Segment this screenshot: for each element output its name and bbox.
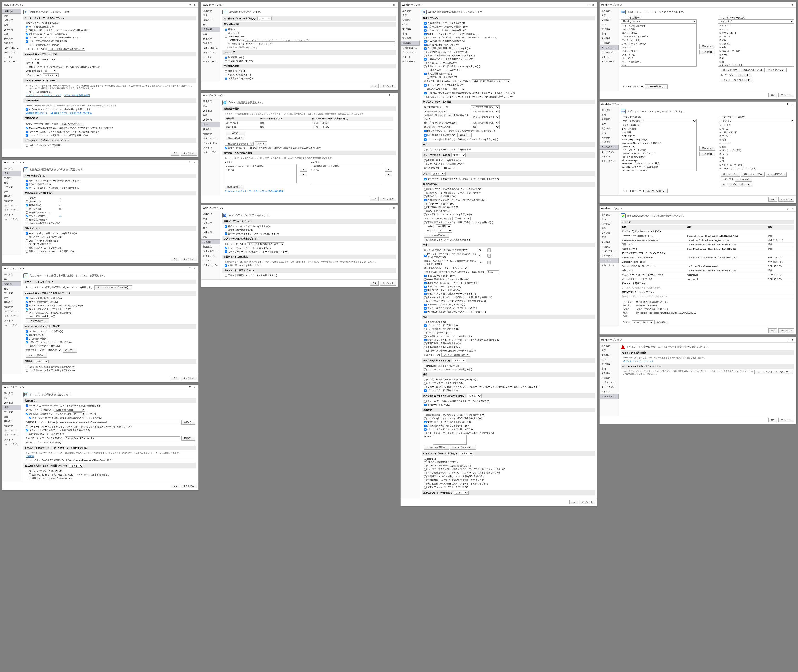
nav-item[interactable]: 詳細設定 <box>2 305 21 309</box>
nav-item[interactable]: クイック アクセス ツール バー <box>201 50 220 55</box>
nav-item[interactable]: クイック アクセス ツール バー <box>2 50 21 55</box>
nav-item[interactable]: 文字体裁 <box>201 118 220 122</box>
nav-item[interactable]: 文章校正 <box>599 117 619 122</box>
remove-button[interactable]: << 削除(R) <box>699 50 715 54</box>
nav-item[interactable]: クイック アクセス ツール バー <box>2 433 21 437</box>
nav-item[interactable]: クイック アクセス ツール バー <box>599 150 619 154</box>
nav-item[interactable]: 言語 <box>599 32 619 36</box>
nav-item[interactable]: セキュリティ センター <box>2 323 21 328</box>
nav-item[interactable]: 保存 <box>2 286 21 291</box>
nav-item[interactable]: 文字体裁 <box>2 185 21 190</box>
nav-item[interactable]: 表示 <box>599 217 619 222</box>
nav-item[interactable]: 保存 <box>599 357 619 362</box>
nav-item[interactable]: 文字体裁 <box>2 410 21 414</box>
nav-item[interactable]: 簡単操作 <box>2 194 21 199</box>
nav-item[interactable]: 基本設定 <box>2 391 21 396</box>
nav-item[interactable]: 保存 <box>201 226 220 230</box>
link-linkedin[interactable]: LinkedIn 機能について <box>26 112 48 115</box>
nav-item[interactable]: 表示 <box>2 14 21 18</box>
nav-item[interactable]: 文字体裁 <box>599 27 619 32</box>
nav-item[interactable]: セキュリティ センター <box>599 159 619 163</box>
nav-item[interactable]: 言語 <box>201 32 220 37</box>
nav-item[interactable]: 詳細設定 <box>599 41 619 45</box>
radio-compat-opt[interactable] <box>26 29 28 32</box>
nav-item[interactable]: アドイン <box>2 213 21 217</box>
help-lang-list[interactable]: 1. 表示言語と同じにする <既定> 2. 日本語 <box>310 164 382 183</box>
nav-item[interactable]: セキュリティ センター <box>2 217 21 222</box>
nav-item[interactable]: クイック アクセス ツール バー <box>201 141 220 146</box>
nav-item[interactable]: アドイン <box>401 55 420 59</box>
nav-item[interactable]: 簡単操作 <box>401 36 420 41</box>
nav-item[interactable]: 表示 <box>2 171 21 176</box>
nav-item[interactable]: 文章校正 <box>401 18 420 22</box>
initials-input[interactable] <box>36 62 50 65</box>
nav-item[interactable]: クイック アクセス ツール バー <box>2 208 21 213</box>
nav-item[interactable]: リボンのユーザー設定 <box>2 203 21 208</box>
nav-item[interactable]: 基本設定 <box>201 99 220 104</box>
nav-item[interactable]: セキュリティ センター <box>201 59 220 64</box>
user-dict-button[interactable]: ユーザー辞書(C)... <box>26 318 49 323</box>
nav-item[interactable]: 言語 <box>201 235 220 239</box>
nav-item[interactable]: 表示 <box>599 13 619 18</box>
nav-item[interactable]: 簡単操作 <box>2 300 21 305</box>
link-privacy[interactable]: プライバシーに関する声明 <box>64 94 90 97</box>
recheck-button[interactable]: チェック実行(K) <box>26 353 47 358</box>
nav-item[interactable]: 保存 <box>201 22 220 27</box>
nav-item[interactable]: 表示 <box>599 348 619 353</box>
nav-item[interactable]: 詳細設定 <box>599 245 619 249</box>
nav-item[interactable]: 保存 <box>201 113 220 118</box>
nav-item[interactable]: アドイン <box>599 154 619 159</box>
nav-item[interactable]: 基本設定 <box>2 166 21 171</box>
nav-item[interactable]: アドイン <box>2 437 21 442</box>
nav-item[interactable]: 保存 <box>599 226 619 231</box>
nav-item[interactable]: リボンのユーザー設定 <box>599 45 619 50</box>
nav-item[interactable]: 文章校正 <box>201 18 220 22</box>
nav-item[interactable]: 言語 <box>599 235 619 240</box>
nav-item[interactable]: 保存 <box>2 23 21 27</box>
nav-item[interactable]: アドイン <box>599 55 619 59</box>
nav-item[interactable]: 簡単操作 <box>201 239 220 245</box>
nav-item[interactable]: 表示 <box>2 277 21 282</box>
nav-item[interactable]: セキュリティ センター <box>2 442 21 446</box>
display-lang-list[interactable]: 1. Microsoft Windows と同じにする <既定> 2. 日本語 <box>225 164 297 183</box>
theme-select[interactable]: カラフル <box>43 73 59 77</box>
nav-item[interactable]: 保存 <box>599 122 619 126</box>
cb-always-use[interactable] <box>26 66 28 68</box>
nav-item[interactable]: 表示 <box>201 216 220 221</box>
nav-item[interactable]: セキュリティ センター <box>599 59 619 64</box>
nav-item[interactable]: 保存 <box>2 181 21 185</box>
nav-item[interactable]: 基本設定 <box>2 272 21 277</box>
nav-item[interactable]: クイック アクセス ツール バー <box>599 385 619 389</box>
nav-item[interactable]: アドイン <box>201 55 220 59</box>
ribbon-tree[interactable]: メイン タブ⊟ ホーム ⊞ クリップボード ⊞ フォント ⊞ 段落 ⊞ スタイル… <box>718 23 794 67</box>
close-button[interactable]: × <box>192 3 197 6</box>
nav-item[interactable]: 詳細設定 <box>2 41 21 46</box>
nav-item[interactable]: 文字体裁 <box>599 231 619 235</box>
cb-collapse-ribbon[interactable] <box>26 44 28 46</box>
nav-item[interactable]: クイック アクセス ツール バー <box>599 254 619 258</box>
command-list[interactable]: 〈リストの区切り〉1 ページ分縮小50% 表示COM アドインExcel ワーク… <box>621 123 697 171</box>
nav-item[interactable]: 基本設定 <box>599 213 619 217</box>
nav-item[interactable]: 文章校正 <box>2 282 21 286</box>
nav-item[interactable]: 保存 <box>401 22 420 27</box>
nav-item[interactable]: アドイン <box>599 389 619 394</box>
nav-item[interactable]: セキュリティ センター <box>2 59 21 64</box>
nav-item[interactable]: リボンのユーザー設定 <box>2 428 21 433</box>
nav-item[interactable]: 基本設定 <box>2 9 21 14</box>
nav-item[interactable]: クイック アクセス ツール バー <box>201 254 220 258</box>
nav-item[interactable]: セキュリティ センター <box>401 59 420 64</box>
nav-item[interactable]: リボンのユーザー設定 <box>201 249 220 254</box>
cb-presence[interactable] <box>26 144 28 147</box>
cb-minitoolbar[interactable] <box>26 33 28 35</box>
nav-item[interactable]: 簡単操作 <box>201 127 220 132</box>
nav-item[interactable]: 文字体裁 <box>201 27 220 32</box>
nav-item[interactable]: クイック アクセス ツール バー <box>599 50 619 55</box>
nav-item[interactable]: 言語 <box>2 414 21 419</box>
nav-item[interactable]: セキュリティ センター <box>599 394 619 399</box>
nav-item[interactable]: アドイン <box>599 258 619 263</box>
nav-item[interactable]: 基本設定 <box>599 108 619 113</box>
bg-select[interactable]: 雲 <box>43 69 57 73</box>
nav-item[interactable]: 基本設定 <box>201 9 220 13</box>
nav-item[interactable]: 保存 <box>599 22 619 27</box>
nav-item[interactable]: 詳細設定 <box>599 140 619 145</box>
